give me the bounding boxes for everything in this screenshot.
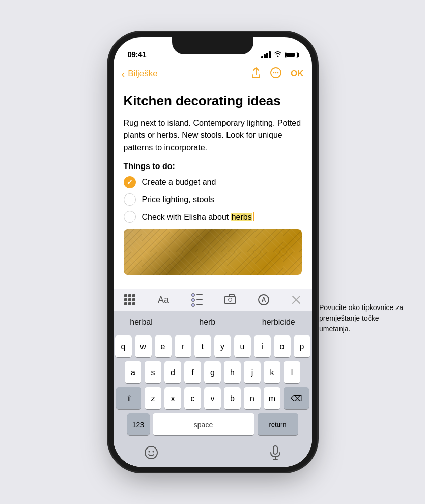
key-a[interactable]: a <box>125 361 141 383</box>
table-icon[interactable] <box>124 294 135 305</box>
key-z[interactable]: z <box>145 387 161 409</box>
key-o[interactable]: o <box>274 335 291 357</box>
note-title[interactable]: Kitchen decorating ideas <box>124 93 302 109</box>
divider <box>176 316 176 329</box>
return-key[interactable]: return <box>258 413 298 435</box>
checklist-icon[interactable] <box>191 293 203 307</box>
keyboard-row: ⇧ z x c v b n m ⌫ <box>115 387 310 409</box>
svg-rect-7 <box>273 446 277 454</box>
checkbox-unchecked[interactable] <box>124 211 136 223</box>
keyboard-row: a s d f g h j k l <box>115 361 310 383</box>
phone-frame: 09:41 ‹ Bilješke <box>114 37 312 467</box>
svg-point-4 <box>145 446 157 459</box>
key-p[interactable]: p <box>294 335 310 357</box>
key-v[interactable]: v <box>204 387 221 409</box>
autocomplete-bar: herbal herb herbicide <box>114 311 312 333</box>
checklist-item[interactable]: Price lighting, stools <box>124 193 302 206</box>
shift-key[interactable]: ⇧ <box>116 387 141 409</box>
key-c[interactable]: c <box>184 387 201 409</box>
key-u[interactable]: u <box>234 335 251 357</box>
key-i[interactable]: i <box>254 335 271 357</box>
wifi-icon <box>274 51 282 59</box>
backspace-key[interactable]: ⌫ <box>284 387 309 409</box>
key-b[interactable]: b <box>224 387 241 409</box>
space-key[interactable]: space <box>153 413 254 435</box>
camera-icon[interactable] <box>224 296 236 304</box>
microphone-icon[interactable] <box>269 445 281 463</box>
key-t[interactable]: t <box>194 335 211 357</box>
back-chevron-icon: ‹ <box>122 68 125 80</box>
formatting-toolbar: Aa <box>114 289 312 311</box>
nav-bar: ‹ Bilješke OK <box>114 63 312 85</box>
notch <box>172 37 253 54</box>
key-h[interactable]: h <box>224 361 241 383</box>
text-format-icon[interactable]: Aa <box>158 295 169 305</box>
key-l[interactable]: l <box>284 361 300 383</box>
key-k[interactable]: k <box>264 361 280 383</box>
text-cursor <box>253 212 254 221</box>
key-y[interactable]: y <box>214 335 231 357</box>
note-content: Kitchen decorating ideas Rug next to isl… <box>114 85 312 283</box>
key-n[interactable]: n <box>244 387 261 409</box>
checklist-text: Check with Elisha about herbs <box>142 212 254 222</box>
share-icon[interactable] <box>251 67 261 81</box>
key-m[interactable]: m <box>264 387 280 409</box>
keyboard-row: q w e r t y u i o p <box>115 335 310 357</box>
autocomplete-word[interactable]: herbicide <box>252 315 305 330</box>
status-icons <box>261 51 298 59</box>
svg-point-6 <box>152 451 154 453</box>
key-x[interactable]: x <box>164 387 181 409</box>
key-r[interactable]: r <box>175 335 191 357</box>
back-label: Bilješke <box>128 69 158 79</box>
checkbox-checked[interactable] <box>124 176 136 188</box>
bottom-bar <box>114 441 312 467</box>
key-g[interactable]: g <box>204 361 221 383</box>
signal-bars-icon <box>261 51 271 58</box>
annotation-callout: Povucite oko tipkovnice za premještanje … <box>319 302 411 334</box>
checklist-item[interactable]: Check with Elisha about herbs <box>124 211 302 223</box>
key-q[interactable]: q <box>115 335 132 357</box>
note-body[interactable]: Rug next to island. Contemporary lightin… <box>124 117 302 154</box>
key-s[interactable]: s <box>145 361 161 383</box>
note-image <box>124 229 302 275</box>
key-e[interactable]: e <box>155 335 172 357</box>
checklist-item[interactable]: Create a budget and <box>124 176 302 188</box>
autocomplete-word[interactable]: herbal <box>120 315 162 330</box>
svg-point-1 <box>273 72 275 73</box>
keyboard-row: 123 space return <box>115 413 310 435</box>
checkbox-unchecked[interactable] <box>124 193 136 206</box>
nav-actions: OK <box>251 67 304 81</box>
content-area: Kitchen decorating ideas Rug next to isl… <box>114 85 312 467</box>
svg-point-2 <box>275 72 277 73</box>
checklist-text: Create a budget and <box>142 178 216 187</box>
key-f[interactable]: f <box>184 361 201 383</box>
highlighted-word: herbs <box>231 213 252 221</box>
svg-point-3 <box>277 72 279 73</box>
emoji-icon[interactable] <box>144 445 158 463</box>
markup-icon[interactable]: A <box>258 294 269 305</box>
key-j[interactable]: j <box>244 361 261 383</box>
autocomplete-word[interactable]: herb <box>189 315 225 330</box>
close-icon[interactable] <box>292 295 301 304</box>
status-time: 09:41 <box>128 50 147 59</box>
back-button[interactable]: ‹ Bilješke <box>122 68 158 80</box>
divider <box>239 316 239 329</box>
things-label: Things to do: <box>124 162 302 171</box>
svg-point-5 <box>148 451 150 453</box>
keyboard: q w e r t y u i o p a s d f g h j k <box>114 331 312 441</box>
checklist-text: Price lighting, stools <box>142 195 214 204</box>
ok-button[interactable]: OK <box>291 69 304 79</box>
more-icon[interactable] <box>270 67 281 81</box>
battery-icon <box>285 52 298 58</box>
annotation-text: Povucite oko tipkovnice za premještanje … <box>319 302 411 334</box>
key-d[interactable]: d <box>164 361 181 383</box>
key-w[interactable]: w <box>135 335 152 357</box>
number-key[interactable]: 123 <box>127 413 150 435</box>
